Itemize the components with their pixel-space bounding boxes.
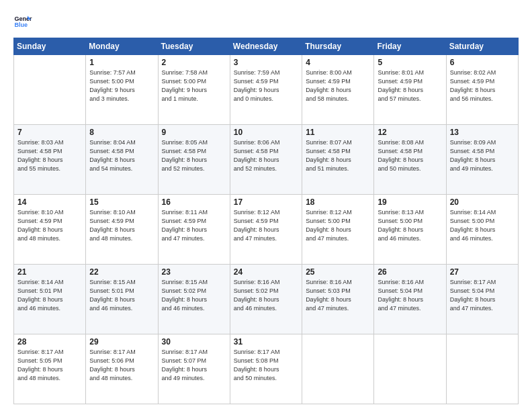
day-info: Sunrise: 7:58 AM Sunset: 5:00 PM Dayligh…	[162, 68, 226, 103]
day-info: Sunrise: 8:10 AM Sunset: 4:59 PM Dayligh…	[17, 208, 82, 243]
calendar-week-4: 21Sunrise: 8:14 AM Sunset: 5:01 PM Dayli…	[14, 265, 519, 334]
calendar-header-row: SundayMondayTuesdayWednesdayThursdayFrid…	[14, 38, 519, 55]
day-info: Sunrise: 8:16 AM Sunset: 5:03 PM Dayligh…	[306, 278, 370, 313]
day-number: 31	[234, 337, 298, 347]
day-info: Sunrise: 8:13 AM Sunset: 5:00 PM Dayligh…	[378, 208, 442, 243]
calendar-cell: 4Sunrise: 8:00 AM Sunset: 4:59 PM Daylig…	[302, 55, 374, 125]
calendar-cell: 24Sunrise: 8:16 AM Sunset: 5:02 PM Dayli…	[230, 265, 302, 334]
calendar-cell	[374, 334, 446, 404]
day-number: 10	[234, 128, 298, 137]
day-number: 19	[378, 197, 442, 207]
calendar-cell: 6Sunrise: 8:02 AM Sunset: 4:59 PM Daylig…	[446, 55, 518, 125]
page: General Blue SundayMondayTuesdayWednesda…	[0, 0, 532, 411]
day-info: Sunrise: 8:10 AM Sunset: 4:59 PM Dayligh…	[89, 208, 154, 243]
day-number: 5	[378, 58, 442, 67]
day-number: 17	[234, 197, 298, 207]
calendar-cell: 2Sunrise: 7:58 AM Sunset: 5:00 PM Daylig…	[158, 55, 230, 125]
day-number: 23	[162, 267, 226, 277]
calendar-cell: 14Sunrise: 8:10 AM Sunset: 4:59 PM Dayli…	[14, 195, 86, 265]
day-info: Sunrise: 8:06 AM Sunset: 4:58 PM Dayligh…	[234, 138, 298, 173]
day-header-friday: Friday	[374, 38, 446, 55]
day-number: 1	[89, 58, 154, 67]
day-info: Sunrise: 8:03 AM Sunset: 4:58 PM Dayligh…	[17, 138, 82, 173]
day-info: Sunrise: 8:05 AM Sunset: 4:58 PM Dayligh…	[162, 138, 226, 173]
calendar-cell	[302, 334, 374, 404]
header: General Blue	[13, 12, 519, 31]
day-info: Sunrise: 8:04 AM Sunset: 4:58 PM Dayligh…	[89, 138, 154, 173]
calendar-cell	[14, 55, 86, 125]
day-info: Sunrise: 8:12 AM Sunset: 4:59 PM Dayligh…	[234, 208, 298, 243]
calendar-cell: 26Sunrise: 8:16 AM Sunset: 5:04 PM Dayli…	[374, 265, 446, 334]
day-header-sunday: Sunday	[14, 38, 86, 55]
day-info: Sunrise: 7:57 AM Sunset: 5:00 PM Dayligh…	[89, 68, 154, 103]
day-number: 11	[306, 128, 370, 137]
calendar-week-1: 1Sunrise: 7:57 AM Sunset: 5:00 PM Daylig…	[14, 55, 519, 125]
day-header-wednesday: Wednesday	[230, 38, 302, 55]
calendar-cell: 29Sunrise: 8:17 AM Sunset: 5:06 PM Dayli…	[86, 334, 158, 404]
day-header-tuesday: Tuesday	[158, 38, 230, 55]
day-header-monday: Monday	[86, 38, 158, 55]
calendar-cell: 10Sunrise: 8:06 AM Sunset: 4:58 PM Dayli…	[230, 125, 302, 195]
day-number: 2	[162, 58, 226, 67]
calendar-cell: 3Sunrise: 7:59 AM Sunset: 4:59 PM Daylig…	[230, 55, 302, 125]
day-info: Sunrise: 8:16 AM Sunset: 5:02 PM Dayligh…	[234, 278, 298, 313]
calendar-cell: 16Sunrise: 8:11 AM Sunset: 4:59 PM Dayli…	[158, 195, 230, 265]
calendar-cell: 5Sunrise: 8:01 AM Sunset: 4:59 PM Daylig…	[374, 55, 446, 125]
day-number: 21	[17, 267, 82, 277]
logo: General Blue	[13, 12, 35, 31]
calendar-cell: 18Sunrise: 8:12 AM Sunset: 5:00 PM Dayli…	[302, 195, 374, 265]
day-info: Sunrise: 8:14 AM Sunset: 5:00 PM Dayligh…	[450, 208, 515, 243]
day-header-thursday: Thursday	[302, 38, 374, 55]
day-number: 3	[234, 58, 298, 67]
calendar-week-2: 7Sunrise: 8:03 AM Sunset: 4:58 PM Daylig…	[14, 125, 519, 195]
calendar-cell: 30Sunrise: 8:17 AM Sunset: 5:07 PM Dayli…	[158, 334, 230, 404]
day-info: Sunrise: 8:17 AM Sunset: 5:06 PM Dayligh…	[89, 348, 154, 383]
logo-icon: General Blue	[13, 12, 32, 31]
day-info: Sunrise: 8:07 AM Sunset: 4:58 PM Dayligh…	[306, 138, 370, 173]
day-info: Sunrise: 7:59 AM Sunset: 4:59 PM Dayligh…	[234, 68, 298, 103]
calendar-cell: 22Sunrise: 8:15 AM Sunset: 5:01 PM Dayli…	[86, 265, 158, 334]
svg-text:Blue: Blue	[14, 21, 28, 28]
day-number: 26	[378, 267, 442, 277]
calendar-cell: 17Sunrise: 8:12 AM Sunset: 4:59 PM Dayli…	[230, 195, 302, 265]
calendar-table: SundayMondayTuesdayWednesdayThursdayFrid…	[13, 38, 519, 404]
day-number: 15	[89, 197, 154, 207]
calendar-cell: 25Sunrise: 8:16 AM Sunset: 5:03 PM Dayli…	[302, 265, 374, 334]
day-info: Sunrise: 8:12 AM Sunset: 5:00 PM Dayligh…	[306, 208, 370, 243]
calendar-cell: 1Sunrise: 7:57 AM Sunset: 5:00 PM Daylig…	[86, 55, 158, 125]
day-info: Sunrise: 8:02 AM Sunset: 4:59 PM Dayligh…	[450, 68, 515, 103]
day-info: Sunrise: 8:17 AM Sunset: 5:07 PM Dayligh…	[162, 348, 226, 383]
day-number: 6	[450, 58, 515, 67]
day-info: Sunrise: 8:00 AM Sunset: 4:59 PM Dayligh…	[306, 68, 370, 103]
day-number: 24	[234, 267, 298, 277]
day-info: Sunrise: 8:15 AM Sunset: 5:02 PM Dayligh…	[162, 278, 226, 313]
calendar-cell: 7Sunrise: 8:03 AM Sunset: 4:58 PM Daylig…	[14, 125, 86, 195]
day-info: Sunrise: 8:08 AM Sunset: 4:58 PM Dayligh…	[378, 138, 442, 173]
calendar-cell: 28Sunrise: 8:17 AM Sunset: 5:05 PM Dayli…	[14, 334, 86, 404]
day-info: Sunrise: 8:14 AM Sunset: 5:01 PM Dayligh…	[17, 278, 82, 313]
calendar-cell	[446, 334, 518, 404]
day-info: Sunrise: 8:11 AM Sunset: 4:59 PM Dayligh…	[162, 208, 226, 243]
day-number: 28	[17, 337, 82, 347]
calendar-cell: 31Sunrise: 8:17 AM Sunset: 5:08 PM Dayli…	[230, 334, 302, 404]
day-number: 30	[162, 337, 226, 347]
day-header-saturday: Saturday	[446, 38, 518, 55]
day-number: 8	[89, 128, 154, 137]
calendar-cell: 23Sunrise: 8:15 AM Sunset: 5:02 PM Dayli…	[158, 265, 230, 334]
day-number: 13	[450, 128, 515, 137]
day-number: 18	[306, 197, 370, 207]
calendar-cell: 13Sunrise: 8:09 AM Sunset: 4:58 PM Dayli…	[446, 125, 518, 195]
day-number: 4	[306, 58, 370, 67]
day-info: Sunrise: 8:01 AM Sunset: 4:59 PM Dayligh…	[378, 68, 442, 103]
calendar-cell: 9Sunrise: 8:05 AM Sunset: 4:58 PM Daylig…	[158, 125, 230, 195]
calendar-cell: 11Sunrise: 8:07 AM Sunset: 4:58 PM Dayli…	[302, 125, 374, 195]
day-number: 9	[162, 128, 226, 137]
day-number: 29	[89, 337, 154, 347]
calendar-cell: 27Sunrise: 8:17 AM Sunset: 5:04 PM Dayli…	[446, 265, 518, 334]
day-info: Sunrise: 8:16 AM Sunset: 5:04 PM Dayligh…	[378, 278, 442, 313]
day-number: 16	[162, 197, 226, 207]
day-number: 27	[450, 267, 515, 277]
day-number: 22	[89, 267, 154, 277]
calendar-cell: 12Sunrise: 8:08 AM Sunset: 4:58 PM Dayli…	[374, 125, 446, 195]
day-number: 25	[306, 267, 370, 277]
